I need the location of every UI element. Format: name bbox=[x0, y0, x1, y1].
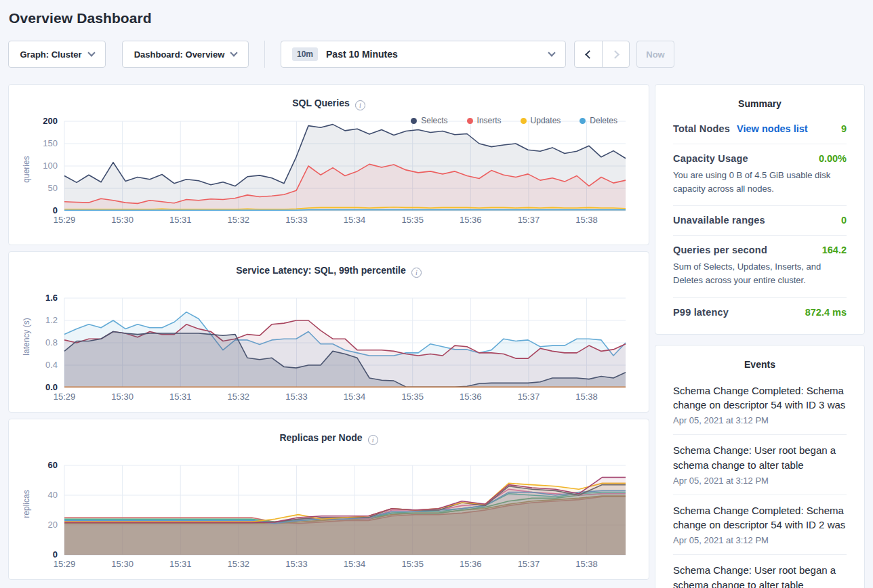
svg-text:15:32: 15:32 bbox=[228, 392, 250, 402]
chevron-down-icon bbox=[548, 49, 555, 56]
svg-text:15:30: 15:30 bbox=[111, 559, 134, 569]
summary-label: Unavailable ranges bbox=[673, 215, 765, 226]
time-range-label: Past 10 Minutes bbox=[326, 49, 398, 60]
svg-text:150: 150 bbox=[43, 138, 58, 148]
service-latency-chart-card: Service Latency: SQL, 99th percentileila… bbox=[8, 251, 649, 413]
main-content: SQL QueriesiSelectsInsertsUpdatesDeletes… bbox=[8, 84, 865, 588]
service-latency-chart[interactable]: 15:2915:3015:3115:3215:3315:3415:3515:36… bbox=[17, 289, 642, 407]
summary-label: Capacity Usage bbox=[673, 153, 748, 164]
toolbar-divider bbox=[264, 41, 265, 68]
svg-text:15:38: 15:38 bbox=[575, 559, 598, 569]
legend-label: Updates bbox=[531, 116, 561, 125]
summary-row-2: Unavailable ranges0 bbox=[673, 206, 847, 236]
svg-text:0.4: 0.4 bbox=[45, 360, 58, 370]
svg-text:15:30: 15:30 bbox=[111, 215, 134, 225]
svg-text:15:33: 15:33 bbox=[285, 559, 308, 569]
summary-panel: Summary Total NodesView nodes list9Capac… bbox=[655, 84, 865, 335]
event-text: Schema Change: User root began a schema … bbox=[673, 563, 847, 588]
svg-text:15:38: 15:38 bbox=[575, 392, 598, 402]
svg-text:200: 200 bbox=[43, 116, 58, 126]
time-prev-button[interactable] bbox=[575, 41, 602, 67]
time-range-dropdown[interactable]: 10m Past 10 Minutes bbox=[281, 41, 566, 68]
summary-label: P99 latency bbox=[673, 307, 729, 318]
svg-text:15:29: 15:29 bbox=[54, 215, 76, 225]
svg-text:15:32: 15:32 bbox=[228, 215, 250, 225]
event-item-3: Schema Change: User root began a schema … bbox=[673, 555, 847, 588]
event-timestamp: Apr 05, 2021 at 3:12 PM bbox=[673, 535, 847, 545]
svg-text:0: 0 bbox=[53, 205, 58, 215]
chart-title: SQL Queries bbox=[292, 98, 350, 108]
dashboard-label: Dashboard: Overview bbox=[134, 49, 225, 60]
event-item-1: Schema Change: User root began a schema … bbox=[673, 435, 847, 495]
legend-label: Selects bbox=[421, 116, 447, 125]
legend-dot bbox=[580, 118, 586, 124]
summary-row-3: Queries per second164.2Sum of Selects, U… bbox=[673, 236, 847, 297]
event-text: Schema Change: User root began a schema … bbox=[673, 443, 847, 473]
svg-text:15:36: 15:36 bbox=[460, 215, 482, 225]
time-range-badge: 10m bbox=[292, 47, 318, 61]
replicas-per-node-chart[interactable]: 15:2915:3015:3115:3215:3315:3415:3515:36… bbox=[17, 456, 642, 574]
svg-text:15:30: 15:30 bbox=[111, 392, 134, 402]
legend-dot bbox=[467, 118, 473, 124]
y-axis-unit-label: queries bbox=[22, 149, 31, 190]
svg-text:60: 60 bbox=[48, 460, 58, 470]
svg-text:15:29: 15:29 bbox=[54, 392, 76, 402]
svg-text:15:35: 15:35 bbox=[401, 559, 424, 569]
info-icon[interactable]: i bbox=[411, 268, 422, 278]
events-panel: Events Schema Change Completed: Schema c… bbox=[655, 345, 865, 588]
svg-text:15:34: 15:34 bbox=[344, 559, 366, 569]
summary-row-4: P99 latency872.4 ms bbox=[673, 298, 847, 327]
svg-text:0.8: 0.8 bbox=[45, 337, 58, 348]
page-title: Overview Dashboard bbox=[0, 0, 873, 26]
svg-text:15:33: 15:33 bbox=[285, 392, 308, 402]
svg-text:15:34: 15:34 bbox=[344, 392, 366, 402]
svg-text:15:32: 15:32 bbox=[228, 559, 250, 569]
svg-text:0.0: 0.0 bbox=[45, 382, 58, 392]
svg-text:50: 50 bbox=[48, 183, 58, 193]
time-next-button[interactable] bbox=[602, 41, 629, 67]
summary-value: 0 bbox=[841, 215, 847, 226]
events-title: Events bbox=[673, 355, 847, 375]
legend-dot bbox=[521, 118, 527, 124]
legend-label: Inserts bbox=[477, 116, 502, 125]
time-nav-group bbox=[574, 41, 630, 68]
info-icon[interactable]: i bbox=[355, 100, 365, 110]
chevron-down-icon bbox=[87, 49, 95, 56]
svg-text:1.2: 1.2 bbox=[45, 315, 58, 325]
event-text: Schema Change Completed: Schema change o… bbox=[673, 383, 847, 413]
chevron-right-icon bbox=[611, 50, 620, 59]
sidebar: Summary Total NodesView nodes list9Capac… bbox=[655, 84, 865, 588]
summary-description: You are using 0 B of 4.5 GiB usable disk… bbox=[673, 169, 847, 196]
svg-text:15:38: 15:38 bbox=[575, 215, 598, 225]
svg-text:15:29: 15:29 bbox=[54, 559, 76, 569]
legend-item-inserts: Inserts bbox=[467, 116, 502, 125]
view-nodes-list-link[interactable]: View nodes list bbox=[737, 123, 808, 134]
chart-header: SQL Queriesi bbox=[17, 97, 641, 110]
replicas-per-node-chart-card: Replicas per Nodeireplicas15:2915:3015:3… bbox=[8, 419, 649, 580]
dashboard-dropdown[interactable]: Dashboard: Overview bbox=[122, 41, 249, 68]
svg-text:15:33: 15:33 bbox=[285, 215, 308, 225]
info-icon[interactable]: i bbox=[368, 435, 378, 445]
overview-dashboard-page: Overview Dashboard Graph: Cluster Dashbo… bbox=[0, 0, 873, 588]
svg-text:15:36: 15:36 bbox=[460, 392, 482, 402]
legend-dot bbox=[411, 118, 417, 124]
svg-text:100: 100 bbox=[43, 161, 58, 171]
event-item-2: Schema Change Completed: Schema change o… bbox=[673, 495, 847, 555]
sql-queries-chart[interactable]: 15:2915:3015:3115:3215:3315:3415:3515:36… bbox=[17, 112, 642, 230]
summary-row-1: Capacity Usage0.00%You are using 0 B of … bbox=[673, 144, 847, 206]
summary-label: Total Nodes bbox=[673, 123, 730, 134]
svg-text:20: 20 bbox=[48, 520, 58, 530]
y-axis-unit-label: replicas bbox=[22, 484, 31, 524]
svg-text:40: 40 bbox=[48, 490, 58, 500]
summary-value: 164.2 bbox=[822, 245, 847, 255]
summary-value: 9 bbox=[841, 123, 847, 134]
chart-title: Service Latency: SQL, 99th percentile bbox=[236, 265, 406, 276]
summary-value: 872.4 ms bbox=[805, 307, 847, 318]
svg-text:15:31: 15:31 bbox=[169, 215, 192, 225]
svg-text:15:31: 15:31 bbox=[169, 559, 192, 569]
summary-description: Sum of Selects, Updates, Inserts, and De… bbox=[673, 260, 847, 287]
now-button[interactable]: Now bbox=[636, 41, 674, 68]
svg-text:15:35: 15:35 bbox=[401, 215, 424, 225]
chevron-left-icon bbox=[585, 50, 594, 59]
graph-scope-dropdown[interactable]: Graph: Cluster bbox=[8, 41, 106, 68]
